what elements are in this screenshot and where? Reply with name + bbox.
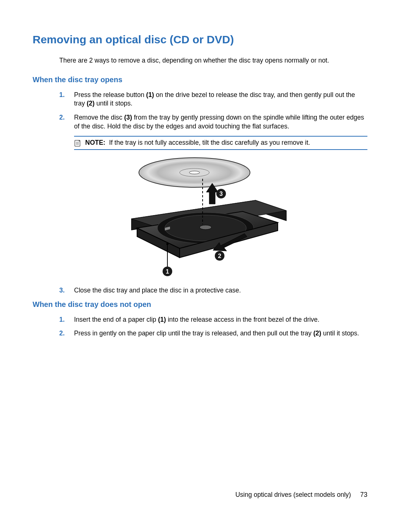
note-box: NOTE:If the tray is not fully accessible…	[74, 136, 367, 150]
page-number: 73	[360, 491, 367, 498]
figure-disc-removal: 1 2 3	[33, 156, 367, 280]
footer-section: Using optical drives (select models only…	[235, 491, 351, 498]
list-number: 2.	[59, 113, 74, 131]
list-text: Press in gently on the paper clip until …	[74, 329, 367, 338]
list-number: 3.	[59, 286, 74, 295]
text-fragment: Press the release button	[74, 91, 146, 98]
list-section-1b: 3. Close the disc tray and place the dis…	[59, 286, 367, 295]
text-fragment: until it stops.	[94, 100, 132, 107]
callout-ref: (3)	[124, 114, 132, 121]
text-fragment: Remove the disc	[74, 114, 124, 121]
list-text: Insert the end of a paper clip (1) into …	[74, 315, 367, 324]
text-fragment: into the release access in the front bez…	[166, 316, 319, 323]
heading-section-2: When the disc tray does not open	[33, 300, 367, 309]
list-item: 2. Press in gently on the paper clip unt…	[59, 329, 367, 338]
list-section-2: 1. Insert the end of a paper clip (1) in…	[59, 315, 367, 338]
list-item: 2. Remove the disc (3) from the tray by …	[59, 113, 367, 131]
note-content: NOTE:If the tray is not fully accessible…	[85, 139, 310, 147]
list-number: 1.	[59, 315, 74, 324]
callout-1-label: 1	[166, 268, 169, 275]
disc-tray-illustration: 1 2 3	[109, 156, 291, 278]
list-text: Remove the disc (3) from the tray by gen…	[74, 113, 367, 131]
list-number: 2.	[59, 329, 74, 338]
text-fragment: until it stops.	[321, 329, 359, 337]
heading-main: Removing an optical disc (CD or DVD)	[33, 33, 367, 46]
page-footer: Using optical drives (select models only…	[235, 491, 367, 499]
svg-point-11	[189, 171, 200, 174]
note-label: NOTE:	[85, 139, 105, 146]
heading-section-1: When the disc tray opens	[33, 76, 367, 84]
list-item: 1. Insert the end of a paper clip (1) in…	[59, 315, 367, 324]
callout-2-label: 2	[218, 253, 221, 259]
svg-point-6	[200, 225, 211, 230]
text-fragment: Press in gently on the paper clip until …	[74, 329, 313, 337]
callout-3-label: 3	[220, 191, 223, 197]
callout-ref: (2)	[87, 100, 94, 107]
note-icon	[74, 140, 81, 147]
list-number: 1.	[59, 91, 74, 108]
list-item: 3. Close the disc tray and place the dis…	[59, 286, 367, 295]
list-text: Press the release button (1) on the driv…	[74, 91, 367, 108]
text-fragment: Insert the end of a paper clip	[74, 316, 158, 323]
list-item: 1. Press the release button (1) on the d…	[59, 91, 367, 108]
list-section-1a: 1. Press the release button (1) on the d…	[59, 91, 367, 131]
list-text: Close the disc tray and place the disc i…	[74, 286, 367, 295]
note-text: If the tray is not fully accessible, til…	[109, 139, 310, 146]
svg-point-16	[166, 243, 169, 245]
callout-ref: (1)	[146, 91, 154, 98]
intro-text: There are 2 ways to remove a disc, depen…	[59, 56, 367, 65]
callout-ref: (2)	[313, 329, 321, 337]
callout-ref: (1)	[158, 316, 166, 323]
